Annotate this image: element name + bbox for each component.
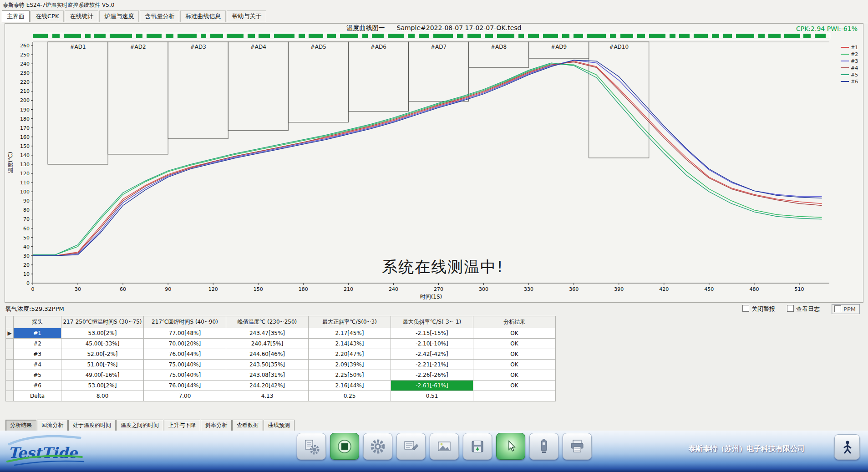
menu-tab-含氧量分析[interactable]: 含氧量分析 [140, 10, 179, 22]
menu-tab-标准曲线信息[interactable]: 标准曲线信息 [180, 10, 226, 22]
analysis-tab-上升与下降[interactable]: 上升与下降 [164, 420, 200, 431]
hand-select-button[interactable] [496, 433, 525, 460]
value-cell[interactable]: 2.09[39%] [309, 360, 391, 370]
value-cell[interactable]: OK [473, 370, 556, 381]
value-cell[interactable]: OK [473, 360, 556, 370]
value-cell[interactable]: 0.25 [309, 391, 391, 401]
value-cell[interactable]: 4.13 [226, 391, 309, 401]
zone-box-#AD5 [288, 42, 348, 122]
value-cell[interactable]: -2.61[-61%] [391, 381, 473, 391]
ppm-toggle[interactable]: PPM [832, 304, 860, 314]
svg-text:100: 100 [20, 189, 30, 195]
value-cell[interactable]: 244.20[42%] [226, 381, 309, 391]
menu-tab-在线CPK[interactable]: 在线CPK [30, 10, 64, 22]
system-settings-button[interactable] [363, 433, 392, 460]
value-cell[interactable]: 49.00[-16%] [61, 370, 144, 381]
value-cell[interactable]: 51.00[-7%] [61, 360, 144, 370]
value-cell[interactable]: 75.00[40%] [144, 370, 226, 381]
value-cell[interactable]: 2.14[43%] [309, 339, 391, 349]
value-cell[interactable]: -2.26[-26%] [391, 370, 473, 381]
image-icon [435, 437, 453, 456]
value-cell[interactable]: 2.20[47%] [309, 349, 391, 360]
progress-segment [210, 34, 223, 38]
analysis-tab-查看数据[interactable]: 查看数据 [232, 420, 263, 431]
value-cell[interactable]: OK [473, 328, 556, 339]
profile-settings-button[interactable] [297, 433, 326, 460]
value-cell[interactable]: OK [473, 349, 556, 360]
close-alarm-checkbox[interactable]: 关闭警报 [742, 305, 775, 313]
value-cell[interactable]: 8.00 [61, 391, 144, 401]
value-cell[interactable]: -2.15[-15%] [391, 328, 473, 339]
value-cell[interactable]: -2.42[-42%] [391, 349, 473, 360]
row-selector[interactable] [6, 391, 14, 401]
row-selector[interactable]: ▶ [6, 328, 14, 339]
value-cell[interactable]: 70.00[20%] [144, 339, 226, 349]
analysis-tab-斜率分析[interactable]: 斜率分析 [201, 420, 232, 431]
row-selector[interactable] [6, 360, 14, 370]
value-cell[interactable]: -2.10[-10%] [391, 339, 473, 349]
probe-cell[interactable]: #1 [14, 328, 61, 339]
progress-segment [64, 34, 81, 38]
row-selector[interactable] [6, 349, 14, 360]
save-data-button[interactable] [463, 433, 492, 460]
progress-segment [94, 34, 106, 38]
value-cell[interactable]: 75.00[40%] [144, 360, 226, 370]
value-cell[interactable]: 0.51 [391, 391, 473, 401]
checkbox-icon[interactable] [834, 305, 841, 312]
zone-label: #AD5 [310, 44, 326, 50]
value-cell[interactable]: 243.50[35%] [226, 360, 309, 370]
analysis-tab-温度之间的时间[interactable]: 温度之间的时间 [116, 420, 163, 431]
value-cell[interactable]: 2.16[44%] [309, 381, 391, 391]
menu-tab-炉温与速度[interactable]: 炉温与速度 [99, 10, 139, 22]
probe-cell[interactable]: #5 [14, 370, 61, 381]
value-cell[interactable]: 240.47[5%] [226, 339, 309, 349]
checkbox-icon[interactable] [787, 305, 794, 312]
chart-panel: 0102030405060708090100110120130140150160… [5, 23, 863, 303]
analysis-tab-处于温度的时间[interactable]: 处于温度的时间 [68, 420, 116, 431]
print-button[interactable] [563, 433, 592, 460]
value-cell[interactable]: 2.17[45%] [309, 328, 391, 339]
probe-cell[interactable]: #2 [14, 339, 61, 349]
value-cell[interactable]: 53.00[2%] [61, 381, 144, 391]
stop-measure-button[interactable] [330, 433, 359, 460]
report-edit-button[interactable] [396, 433, 426, 460]
value-cell[interactable]: 77.00[48%] [144, 328, 226, 339]
value-cell[interactable]: OK [473, 339, 556, 349]
value-cell[interactable]: 243.08[31%] [226, 370, 309, 381]
view-log-checkbox[interactable]: 查看日志 [787, 305, 820, 313]
image-export-button[interactable] [430, 433, 459, 460]
value-cell[interactable]: 76.00[44%] [144, 349, 226, 360]
value-cell[interactable]: 52.00[-2%] [61, 349, 144, 360]
analysis-tab-分析结果[interactable]: 分析结果 [5, 420, 36, 431]
value-cell[interactable]: -2.21[-21%] [391, 360, 473, 370]
probe-cell[interactable]: Delta [14, 391, 61, 401]
row-selector[interactable] [6, 339, 14, 349]
probe-cell[interactable]: #4 [14, 360, 61, 370]
value-cell[interactable]: 45.00[-33%] [61, 339, 144, 349]
progress-segment [274, 34, 295, 38]
value-cell[interactable]: 76.00[44%] [144, 381, 226, 391]
value-cell[interactable]: OK [473, 381, 556, 391]
menu-tab-在线统计[interactable]: 在线统计 [65, 10, 98, 22]
exit-button[interactable] [834, 434, 860, 460]
menu-tab-帮助与关于[interactable]: 帮助与关于 [227, 10, 266, 22]
row-selector[interactable] [6, 381, 14, 391]
column-header: 探头 [14, 316, 61, 328]
value-cell[interactable]: 7.00 [144, 391, 226, 401]
analysis-tab-回流分析[interactable]: 回流分析 [37, 420, 68, 431]
svg-text:420: 420 [659, 286, 669, 292]
value-cell[interactable]: 53.00[2%] [61, 328, 144, 339]
value-cell[interactable]: 244.60[46%] [226, 349, 309, 360]
checkbox-icon[interactable] [742, 305, 749, 312]
svg-text:70: 70 [23, 216, 30, 222]
value-cell[interactable]: 2.25[50%] [309, 370, 391, 381]
probe-cell[interactable]: #3 [14, 349, 61, 360]
value-cell[interactable] [473, 391, 556, 401]
menu-tab-主界面[interactable]: 主界面 [2, 10, 30, 22]
row-selector[interactable] [6, 370, 14, 381]
analysis-tab-曲线预测[interactable]: 曲线预测 [264, 420, 294, 431]
device-connect-button[interactable] [529, 433, 558, 460]
progress-segment [610, 34, 616, 38]
value-cell[interactable]: 243.47[35%] [226, 328, 309, 339]
probe-cell[interactable]: #6 [14, 381, 61, 391]
